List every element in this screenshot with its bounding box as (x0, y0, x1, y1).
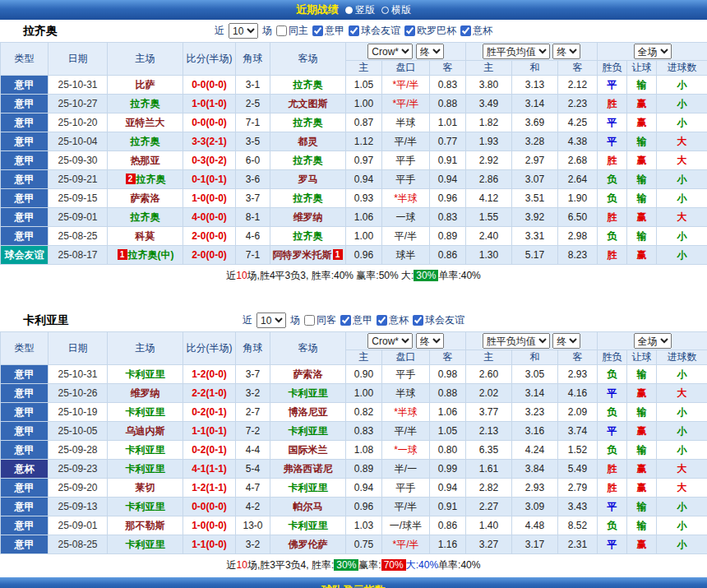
away-team-link[interactable]: 罗马 (270, 170, 346, 189)
home-odds: 0.94 (346, 170, 382, 189)
away-team-link[interactable]: 国际米兰 (270, 441, 346, 460)
home-team-link[interactable]: 卡利亚里 (108, 365, 183, 384)
home-team-link[interactable]: 莱切 (108, 479, 183, 498)
team1-results-table: 类型 日期 主场 比分(半场) 角球 客场 Crow* 终 胜平负均值 终 全场 (0, 42, 707, 265)
home-team-link[interactable]: 拉齐奥 (108, 95, 183, 113)
home-team-link[interactable]: 2拉齐奥 (108, 170, 183, 189)
odds-final-select[interactable]: 终 (416, 44, 444, 59)
scope-select[interactable]: 全场 (634, 44, 672, 59)
col-away: 客场 (270, 43, 346, 76)
away-team-link[interactable]: 阿特罗米托斯1 (270, 246, 346, 265)
home-team-link[interactable]: 乌迪内斯 (108, 422, 183, 441)
home-team-link[interactable]: 卡利亚里 (108, 460, 183, 479)
filter-checkbox[interactable]: 球会友谊 (413, 313, 464, 327)
home-team-link[interactable]: 萨索洛 (108, 189, 183, 208)
avg-final-select[interactable]: 终 (552, 333, 580, 349)
filter-label: 球会友谊 (361, 24, 400, 38)
filter-checkbox[interactable]: 意杯 (377, 313, 409, 327)
score-halftime: 0-3(0-2) (183, 151, 236, 170)
near-count-select[interactable]: 10 (229, 23, 258, 39)
away-team-link[interactable]: 帕尔马 (270, 498, 346, 516)
result-goals: 小 (657, 441, 707, 460)
avg-home-odds: 2.13 (466, 422, 512, 441)
home-team-link[interactable]: 卡利亚里 (108, 498, 183, 516)
radio-vertical-layout[interactable]: 竖版 (345, 3, 375, 17)
away-team-link[interactable]: 拉齐奥 (270, 227, 346, 246)
score-halftime: 0-1(0-1) (183, 170, 236, 189)
handicap-line: 平/半 (382, 227, 430, 246)
filter-checkbox[interactable]: 同主 (276, 24, 308, 38)
home-team-link[interactable]: 拉齐奥 (108, 132, 183, 151)
avg-final-select[interactable]: 终 (552, 44, 580, 59)
away-team-link[interactable]: 拉齐奥 (270, 113, 346, 132)
checkbox-icon[interactable] (377, 315, 387, 326)
score-halftime: 3-3(2-1) (183, 132, 236, 151)
filter-checkbox[interactable]: 欧罗巴杯 (404, 24, 456, 38)
away-team-link[interactable]: 卡利亚里 (270, 422, 346, 441)
away-team-link[interactable]: 佛罗伦萨 (270, 535, 346, 554)
checkbox-icon[interactable] (413, 315, 423, 326)
away-team-link[interactable]: 都灵 (270, 132, 346, 151)
avg-draw-odds: 5.17 (512, 246, 558, 265)
away-team-link[interactable]: 萨索洛 (270, 365, 346, 384)
radio-selected-icon (345, 7, 353, 14)
filter-checkbox[interactable]: 意杯 (460, 24, 492, 38)
filter-label: 意杯 (389, 313, 409, 327)
scope-select[interactable]: 全场 (634, 333, 672, 349)
team-name: 拉齐奥 (293, 192, 323, 204)
filter-checkbox[interactable]: 意甲 (312, 24, 344, 38)
match-date: 25-10-19 (49, 403, 108, 422)
checkbox-icon[interactable] (340, 315, 351, 326)
away-team-link[interactable]: 拉齐奥 (270, 151, 346, 170)
checkbox-icon[interactable] (312, 25, 323, 36)
home-team-link[interactable]: 拉齐奥 (108, 208, 183, 227)
checkbox-icon[interactable] (460, 25, 471, 36)
team1-competition-checkboxes: 同主意甲球会友谊欧罗巴杯意杯 (276, 24, 492, 38)
radio-horizontal-layout[interactable]: 横版 (381, 3, 411, 17)
home-team-link[interactable]: 卡利亚里 (108, 535, 183, 554)
avg-select[interactable]: 胜平负均值 (483, 333, 550, 349)
home-team-link[interactable]: 1拉齐奥(中) (108, 246, 183, 265)
checkbox-icon[interactable] (304, 315, 315, 326)
sub-col-handicap: 盘口 (382, 350, 430, 365)
checkbox-icon[interactable] (404, 25, 415, 36)
away-team-link[interactable]: 维罗纳 (270, 208, 346, 227)
checkbox-icon[interactable] (276, 25, 287, 36)
home-team-link[interactable]: 科莫 (108, 227, 183, 246)
filter-checkbox[interactable]: 同客 (304, 313, 336, 327)
avg-select[interactable]: 胜平负均值 (483, 44, 550, 59)
result-goals: 小 (657, 498, 707, 516)
match-row: 意甲25-09-13卡利亚里0-0(0-0)4-2帕尔马0.96平/半0.912… (1, 498, 707, 516)
filter-checkbox[interactable]: 球会友谊 (349, 24, 400, 38)
team-name: 卡利亚里 (126, 444, 165, 456)
away-team-link[interactable]: 拉齐奥 (270, 76, 346, 95)
away-team-link[interactable]: 卡利亚里 (270, 384, 346, 403)
away-team-link[interactable]: 卡利亚里 (270, 516, 346, 535)
filter-checkbox[interactable]: 意甲 (340, 313, 372, 327)
odds-final-select[interactable]: 终 (416, 333, 444, 349)
home-team-link[interactable]: 维罗纳 (108, 384, 183, 403)
result-wdl: 胜 (598, 95, 627, 113)
result-handicap: 输 (627, 189, 657, 208)
home-team-link[interactable]: 那不勒斯 (108, 516, 183, 535)
home-team-link[interactable]: 热那亚 (108, 151, 183, 170)
odds-company-select[interactable]: Crow* (367, 333, 413, 349)
away-team-link[interactable]: 卡利亚里 (270, 479, 346, 498)
odds-company-select[interactable]: Crow* (367, 44, 413, 59)
away-odds: 0.80 (430, 441, 466, 460)
away-odds: 0.83 (430, 208, 466, 227)
away-team-link[interactable]: 博洛尼亚 (270, 403, 346, 422)
col-type: 类型 (1, 332, 49, 365)
match-date: 25-10-31 (49, 76, 108, 95)
home-team-link[interactable]: 比萨 (108, 76, 183, 95)
away-team-link[interactable]: 拉齐奥 (270, 189, 346, 208)
home-team-link[interactable]: 卡利亚里 (108, 441, 183, 460)
checkbox-icon[interactable] (349, 25, 359, 36)
away-team-link[interactable]: 弗洛西诺尼 (270, 460, 346, 479)
team-name: 萨索洛 (293, 368, 323, 380)
home-team-link[interactable]: 亚特兰大 (108, 113, 183, 132)
near-count-select[interactable]: 10 (256, 313, 286, 328)
team-name: 亚特兰大 (126, 117, 165, 128)
away-team-link[interactable]: 尤文图斯 (270, 95, 346, 113)
home-team-link[interactable]: 卡利亚里 (108, 403, 183, 422)
